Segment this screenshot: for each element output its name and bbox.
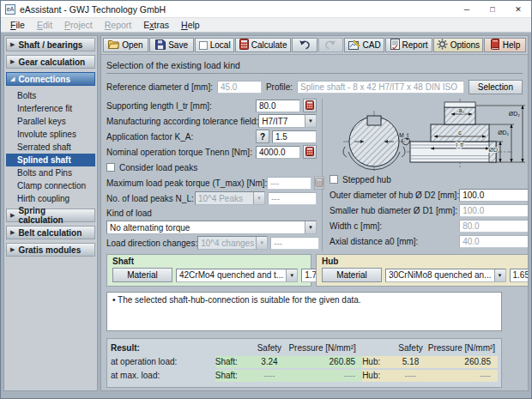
titlebar: eA eAssistant - GWJ Technology GmbH ─ □ …	[1, 1, 531, 18]
sidebar-item-bolts[interactable]: Bolts	[6, 89, 95, 102]
collapsed-arrow-icon: ▶	[10, 229, 15, 236]
width-c-label: Width c [mm]:	[329, 221, 459, 231]
chevron-down-icon[interactable]: ▼	[286, 269, 297, 281]
close-button[interactable]: ✕	[505, 1, 531, 17]
application-factor-input[interactable]	[272, 130, 317, 143]
load-direction-label: Load direction changes:	[106, 239, 197, 248]
sidebar-item-spring-calculation[interactable]: ▶Spring calculation	[6, 209, 95, 222]
sidebar-item-gear-calculation[interactable]: ▶Gear calculation	[6, 55, 95, 69]
application-factor-help-button[interactable]: ?	[256, 130, 269, 143]
axial-distance-label: Axial distance a0 [mm]:	[329, 237, 459, 246]
main-panel: Open Save Local Calculate	[100, 35, 529, 391]
window-title: eAssistant - GWJ Technology GmbH	[20, 4, 454, 15]
selection-button[interactable]: Selection	[469, 80, 523, 94]
shaft-material-select[interactable]: 42CrMo4 quenched and t... ▼	[176, 269, 298, 282]
sidebar: ▶Shaft / bearings ▶Gear calculation ◢Con…	[3, 35, 98, 391]
menu-project: Project	[58, 19, 99, 31]
hub-material-select[interactable]: 30CrNiMo8 quenched an... ▼	[385, 269, 506, 282]
hub-material-number-select[interactable]: 1.6580 ▼	[510, 269, 528, 282]
open-folder-icon	[108, 39, 119, 51]
sidebar-item-splined-shaft[interactable]: Splined shaft	[6, 154, 95, 166]
kind-of-load-label: Kind of load	[106, 209, 317, 218]
kind-of-load-select[interactable]: No alternating torque ▼	[106, 221, 317, 234]
result-shaft-label: Shaft:	[215, 356, 251, 368]
menu-help[interactable]: Help	[175, 19, 206, 31]
profile-input[interactable]	[297, 81, 464, 94]
result-row-label: at max. load:	[111, 370, 215, 382]
app-window: eA eAssistant - GWJ Technology GmbH ─ □ …	[0, 0, 532, 399]
sidebar-item-gratis-modules[interactable]: ▶Gratis modules	[6, 243, 95, 257]
dim-ltr-label: l_tr	[456, 142, 464, 148]
smaller-diameter-input	[459, 204, 528, 217]
redo-button	[318, 38, 343, 52]
result-shaft-safety: 3.24	[250, 356, 288, 368]
undo-icon	[299, 39, 311, 51]
result-shaft-safety: ----	[250, 370, 288, 382]
collapsed-arrow-icon: ▶	[10, 41, 15, 48]
nominal-torque-calculator-button[interactable]	[303, 145, 317, 159]
cad-button[interactable]: CAD	[344, 38, 384, 52]
chevron-down-icon[interactable]: ▼	[305, 221, 316, 233]
maximize-button[interactable]: □	[480, 1, 505, 17]
undo-button[interactable]	[292, 38, 317, 52]
options-gear-icon	[437, 39, 448, 51]
redo-icon	[324, 39, 336, 51]
nominal-torque-label: Nominal operation torque Tnenn [Nm]:	[106, 148, 256, 157]
sidebar-item-parallel-keys[interactable]: Parallel keys	[6, 115, 95, 128]
sidebar-item-clamp-connection[interactable]: Clamp connection	[6, 179, 95, 192]
nominal-torque-input[interactable]	[256, 146, 300, 159]
local-toggle[interactable]: Local	[195, 38, 234, 52]
reference-diameter-input[interactable]	[217, 81, 262, 94]
sidebar-item-shaft-bearings[interactable]: ▶Shaft / bearings	[6, 38, 95, 51]
technical-drawing: a₀ c l_tr M_t	[329, 99, 528, 172]
max-peak-torque-calculator-button	[314, 176, 324, 190]
chevron-down-icon[interactable]: ▼	[305, 115, 316, 127]
cad-drawing-icon	[348, 39, 360, 51]
open-button[interactable]: Open	[103, 38, 148, 52]
pressure-column-header: Pressure [N/mm²]	[428, 342, 498, 354]
menu-extras[interactable]: Extras	[137, 19, 175, 31]
help-button[interactable]: Help	[484, 38, 526, 52]
stepped-hub-label: Stepped hub	[342, 175, 391, 184]
dim-c-label: c	[458, 130, 462, 136]
sidebar-item-belt-calculation[interactable]: ▶Belt calculation	[6, 226, 95, 239]
menu-file[interactable]: File	[4, 19, 31, 31]
help-book-icon	[490, 39, 500, 51]
sidebar-item-interference-fit[interactable]: Interference fit	[6, 102, 95, 115]
supporting-length-input[interactable]	[256, 100, 300, 112]
collapsed-arrow-icon: ▶	[10, 212, 15, 219]
consider-load-peaks-checkbox[interactable]	[106, 163, 115, 172]
sidebar-item-serrated-shaft[interactable]: Serrated shaft	[6, 141, 95, 154]
width-c-input	[459, 220, 528, 233]
result-shaft-pressure: ----	[288, 370, 362, 382]
shaft-material-button[interactable]: Material	[112, 268, 172, 282]
supporting-length-calculator-button[interactable]	[303, 99, 317, 112]
hub-material-button[interactable]: Material	[322, 268, 382, 282]
options-button[interactable]: Options	[433, 38, 483, 52]
save-button[interactable]: Save	[149, 38, 195, 52]
sidebar-item-connections[interactable]: ◢Connections	[6, 72, 95, 86]
tolerance-field-select[interactable]: H7/IT7 ▼	[258, 114, 317, 128]
outer-diameter-input[interactable]	[459, 189, 528, 202]
local-checkbox[interactable]	[199, 41, 208, 50]
load-form-column: Supporting length l_tr [mm]: Manufacturi…	[106, 99, 323, 251]
reference-diameter-label: Reference diameter d [mm]:	[106, 82, 213, 92]
hub-panel-title: Hub	[322, 257, 528, 266]
pressure-column-header: Pressure [N/mm²]	[288, 342, 362, 354]
calculate-button[interactable]: Calculate	[235, 38, 291, 52]
sidebar-item-bolts-and-pins[interactable]: Bolts and Pins	[6, 166, 95, 179]
menu-edit: Edit	[31, 19, 58, 31]
chevron-down-icon[interactable]: ▼	[494, 269, 505, 281]
result-hub-label: Hub:	[362, 370, 393, 382]
result-hub-label: Hub:	[362, 356, 393, 368]
result-hub-pressure: 260.85	[428, 356, 498, 368]
minimize-button[interactable]: ─	[454, 1, 480, 17]
app-icon: eA	[5, 4, 15, 15]
report-button[interactable]: Report	[385, 38, 432, 52]
sidebar-item-hirth-coupling[interactable]: Hirth coupling	[6, 192, 95, 205]
max-peak-torque-input	[267, 177, 311, 190]
stepped-hub-checkbox[interactable]	[329, 175, 338, 184]
supporting-length-label: Supporting length l_tr [mm]:	[106, 101, 256, 111]
sidebar-item-involute-splines[interactable]: Involute splines	[6, 128, 95, 141]
expanded-arrow-icon: ◢	[10, 76, 15, 82]
